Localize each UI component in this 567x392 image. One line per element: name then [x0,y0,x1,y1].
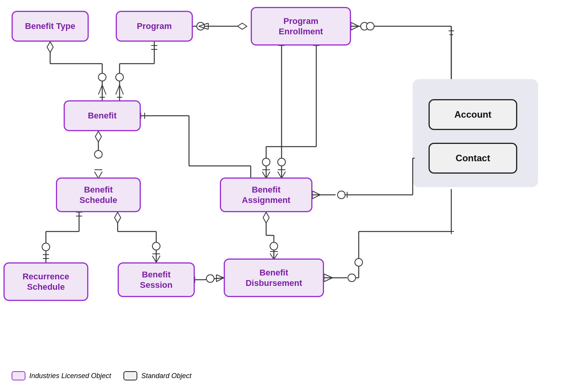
legend-standard: Standard Object [123,371,191,380]
svg-line-84 [204,278,224,280]
svg-line-5 [98,85,102,95]
benefit-schedule-entity[interactable]: BenefitSchedule [56,177,141,212]
svg-point-50 [361,22,368,30]
svg-marker-18 [238,23,247,29]
svg-point-87 [206,275,214,282]
svg-line-73 [156,256,160,262]
program-entity[interactable]: Program [116,11,193,42]
recurrence-schedule-entity[interactable]: RecurrenceSchedule [3,262,88,301]
svg-line-93 [312,195,320,199]
diagram-container: Benefit Type Program ProgramEnrollment B… [0,0,567,355]
svg-line-89 [216,278,224,282]
contact-entity[interactable]: Contact [429,143,517,174]
svg-line-21 [199,26,208,29]
benefit-assignment-entity[interactable]: BenefitAssignment [220,177,312,212]
svg-point-55 [94,150,102,158]
svg-point-41 [278,158,285,166]
legend-industries-icon [12,371,25,380]
benefit-session-entity[interactable]: BenefitSession [118,262,195,297]
svg-line-92 [312,191,320,195]
program-enrollment-entity[interactable]: ProgramEnrollment [251,7,351,46]
svg-point-33 [262,158,270,166]
svg-point-13 [116,73,123,81]
benefit-type-entity[interactable]: Benefit Type [12,11,89,42]
account-entity[interactable]: Account [429,99,517,130]
svg-line-48 [351,26,359,30]
benefit-entity[interactable]: Benefit [64,100,141,131]
svg-point-110 [366,22,374,30]
svg-line-88 [216,275,224,278]
benefit-disbursement-entity[interactable]: BenefitDisbursement [224,259,324,297]
svg-line-15 [120,85,123,95]
svg-line-6 [102,85,106,95]
svg-marker-3 [47,42,53,52]
svg-point-19 [197,22,204,30]
svg-point-64 [42,243,50,251]
svg-point-79 [270,242,278,250]
legend-industries: Industries Licensed Object [12,371,111,380]
legend-standard-icon [123,371,137,380]
svg-marker-54 [95,131,101,142]
legend: Industries Licensed Object Standard Obje… [12,371,191,380]
svg-point-95 [338,191,345,199]
svg-marker-78 [263,212,269,223]
svg-point-102 [348,274,356,282]
legend-standard-label: Standard Object [141,372,191,380]
legend-industries-label: Industries Licensed Object [29,372,111,380]
svg-line-20 [199,23,208,26]
svg-line-99 [324,274,332,278]
svg-line-14 [116,85,120,95]
svg-line-100 [324,278,332,282]
svg-point-113 [355,259,363,266]
svg-point-71 [152,242,160,250]
svg-marker-70 [115,212,121,223]
svg-line-72 [152,256,156,262]
svg-line-47 [351,22,359,26]
svg-point-4 [98,73,106,81]
